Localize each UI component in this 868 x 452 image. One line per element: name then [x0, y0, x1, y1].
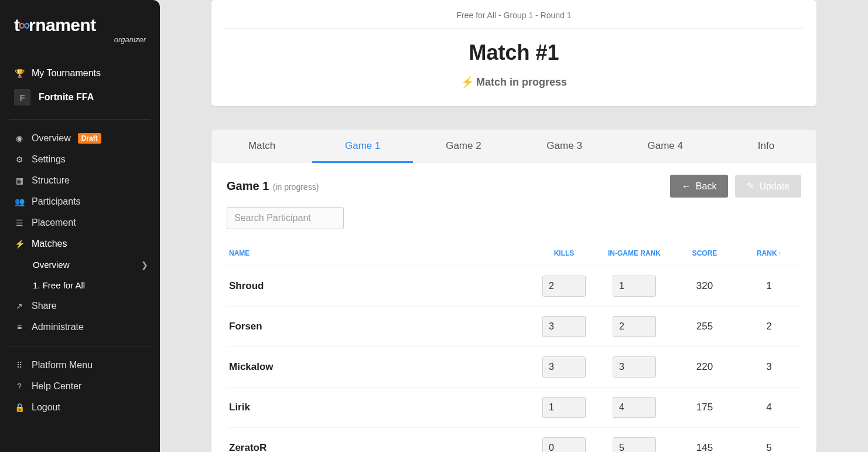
breadcrumb: Free for All - Group 1 - Round 1	[224, 11, 804, 29]
col-header-kills[interactable]: KILLS	[532, 243, 596, 266]
kills-input[interactable]	[542, 397, 586, 418]
share-icon: ↗	[14, 301, 25, 311]
sidebar-item-administrate[interactable]: ≡ Administrate	[0, 317, 160, 338]
main-content: Free for All - Group 1 - Round 1 Match #…	[160, 0, 868, 452]
chevron-right-icon: ❯	[141, 260, 148, 270]
sidebar-item-current-tournament[interactable]: F Fortnite FFA	[0, 84, 160, 111]
trophy-icon: 🏆	[14, 69, 25, 78]
sidebar-subitem-matches-overview[interactable]: Overview ❯	[0, 254, 160, 275]
game-heading: Game 1 (in progress)	[227, 179, 319, 193]
ingame-rank-input[interactable]	[613, 437, 656, 452]
sidebar-subitem-matches-stage[interactable]: 1. Free for All	[0, 275, 160, 295]
sidebar-item-help-center[interactable]: ? Help Center	[0, 376, 160, 397]
ingame-rank-input[interactable]	[613, 316, 656, 337]
rank-cell: 3	[737, 346, 801, 387]
ingame-rank-input[interactable]	[613, 276, 656, 297]
sidebar-item-label: Platform Menu	[32, 360, 93, 371]
update-button-label: Update	[759, 181, 790, 192]
sidebar-item-label: Administrate	[32, 322, 84, 332]
kills-input[interactable]	[542, 437, 586, 452]
tab-info[interactable]: Info	[716, 130, 816, 163]
sort-asc-icon: ↑	[778, 250, 782, 257]
sidebar-item-label: Help Center	[32, 381, 81, 392]
logo-subtitle: organizer	[14, 35, 146, 44]
match-header-card: Free for All - Group 1 - Round 1 Match #…	[211, 0, 816, 106]
participant-name: Mickalow	[227, 346, 532, 387]
col-header-name[interactable]: NAME	[227, 243, 532, 266]
game-title: Game 1	[227, 179, 269, 192]
search-input[interactable]	[227, 207, 344, 229]
score-cell: 320	[672, 266, 737, 306]
update-button[interactable]: ✎ Update	[735, 175, 801, 198]
kills-input[interactable]	[542, 276, 586, 297]
tab-game-1[interactable]: Game 1	[312, 130, 413, 163]
sidebar-item-platform-menu[interactable]: ⠿ Platform Menu	[0, 355, 160, 376]
score-cell: 220	[672, 346, 737, 387]
tab-game-4[interactable]: Game 4	[615, 130, 716, 163]
bolt-icon: ⚡	[461, 76, 474, 88]
tab-match[interactable]: Match	[211, 130, 312, 163]
col-header-score[interactable]: SCORE	[672, 243, 737, 266]
results-table: NAME KILLS IN-GAME RANK SCORE RANK↑ Shro…	[227, 243, 801, 452]
match-status-text: Match in progress	[476, 76, 567, 88]
question-icon: ?	[14, 382, 25, 391]
tab-game-2[interactable]: Game 2	[413, 130, 514, 163]
dashboard-icon: ◉	[14, 134, 25, 143]
rank-cell: 5	[737, 427, 801, 452]
sidebar-item-share[interactable]: ↗ Share	[0, 295, 160, 317]
table-row: Shroud3201	[227, 266, 801, 306]
list-icon: ☰	[14, 218, 25, 227]
game-state: (in progress)	[273, 182, 319, 192]
kills-input[interactable]	[542, 356, 586, 378]
sidebar-item-label: My Tournaments	[32, 68, 101, 79]
logo-suffix: rnament	[29, 16, 96, 34]
sidebar: t ∞ rnament organizer 🏆 My Tournaments F…	[0, 0, 160, 452]
divider	[9, 346, 151, 346]
grid-icon: ▦	[14, 176, 25, 185]
sidebar-item-structure[interactable]: ▦ Structure	[0, 170, 160, 191]
participant-name: Lirik	[227, 387, 532, 427]
kills-input[interactable]	[542, 316, 586, 337]
sidebar-item-overview[interactable]: ◉ Overview Draft	[0, 128, 160, 149]
sidebar-item-label: Settings	[32, 154, 66, 165]
game-panel: MatchGame 1Game 2Game 3Game 4Info Game 1…	[211, 130, 816, 452]
users-icon: 👥	[14, 197, 25, 206]
table-row: Lirik1754	[227, 387, 801, 427]
sidebar-item-label: Overview	[33, 260, 70, 270]
sidebar-item-settings[interactable]: ⚙ Settings	[0, 149, 160, 170]
database-icon: ≡	[14, 322, 25, 332]
sidebar-item-label: Structure	[32, 175, 70, 186]
participant-name: ZeratoR	[227, 427, 532, 452]
ingame-rank-input[interactable]	[613, 356, 656, 378]
score-cell: 175	[672, 387, 737, 427]
sidebar-item-label: Overview	[32, 133, 71, 144]
tab-game-3[interactable]: Game 3	[514, 130, 615, 163]
table-row: Forsen2552	[227, 306, 801, 346]
col-header-rank[interactable]: RANK↑	[737, 243, 801, 266]
ingame-rank-input[interactable]	[613, 397, 656, 418]
rank-cell: 2	[737, 306, 801, 346]
back-button[interactable]: ← Back	[670, 175, 729, 198]
lock-icon: 🔒	[14, 403, 25, 412]
sidebar-item-placement[interactable]: ☰ Placement	[0, 212, 160, 233]
tabs: MatchGame 1Game 2Game 3Game 4Info	[211, 130, 816, 163]
match-status: ⚡Match in progress	[224, 76, 804, 89]
sidebar-item-label: Logout	[32, 402, 60, 413]
sidebar-item-label: Fortnite FFA	[39, 92, 94, 103]
sidebar-item-label: 1. Free for All	[33, 280, 85, 290]
bolt-icon: ⚡	[14, 239, 25, 249]
table-row: ZeratoR1455	[227, 427, 801, 452]
score-cell: 145	[672, 427, 737, 452]
sidebar-item-participants[interactable]: 👥 Participants	[0, 191, 160, 212]
sidebar-item-my-tournaments[interactable]: 🏆 My Tournaments	[0, 63, 160, 84]
table-row: Mickalow2203	[227, 346, 801, 387]
col-header-ingame-rank[interactable]: IN-GAME RANK	[596, 243, 672, 266]
game-icon: F	[14, 89, 30, 106]
rank-cell: 4	[737, 387, 801, 427]
logo[interactable]: t ∞ rnament organizer	[0, 16, 160, 58]
sidebar-item-logout[interactable]: 🔒 Logout	[0, 397, 160, 418]
gear-icon: ⚙	[14, 155, 25, 164]
sidebar-item-label: Participants	[32, 196, 81, 207]
sidebar-item-matches[interactable]: ⚡ Matches	[0, 233, 160, 254]
pencil-icon: ✎	[747, 181, 754, 192]
